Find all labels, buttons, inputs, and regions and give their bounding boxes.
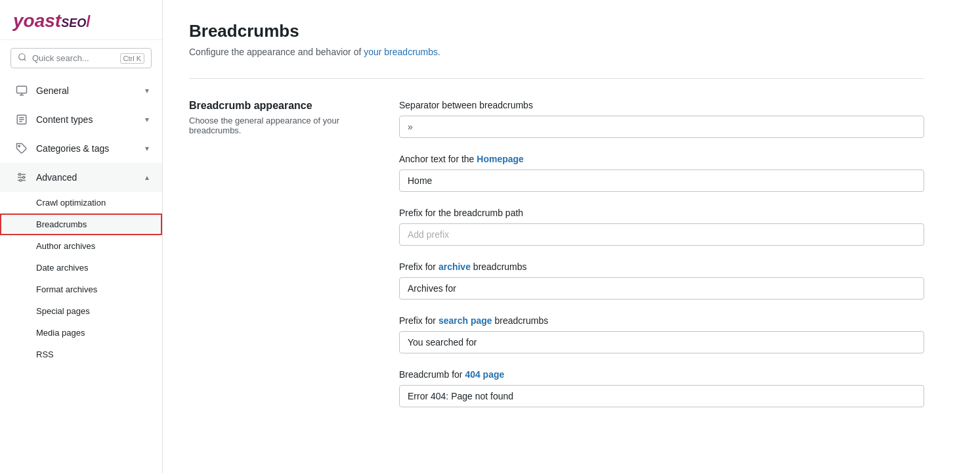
- sidebar-subitem-date-archives[interactable]: Date archives: [0, 257, 162, 279]
- svg-point-7: [19, 173, 21, 175]
- homepage-label: Anchor text for the Homepage: [399, 154, 924, 164]
- chevron-up-icon: ▴: [145, 173, 149, 182]
- sidebar-item-general[interactable]: General ▾: [0, 76, 162, 105]
- sidebar-item-content-types[interactable]: Content types ▾: [0, 105, 162, 134]
- nav-item-advanced-left: Advanced: [15, 171, 77, 184]
- breadcrumb-404-input[interactable]: [399, 385, 924, 407]
- section-description: Choose the general appearance of your br…: [189, 116, 373, 135]
- sidebar-subitem-author-archives[interactable]: Author archives: [0, 235, 162, 257]
- svg-point-8: [23, 177, 25, 179]
- search-shortcut: Ctrl K: [120, 53, 145, 64]
- page-title: Breadcrumbs: [189, 21, 924, 41]
- yoast-logo: yoast SEO /: [13, 11, 149, 32]
- homepage-input[interactable]: [399, 169, 924, 192]
- prefix-archive-field-group: Prefix for archive breadcrumbs: [399, 261, 924, 300]
- search-label-highlight: search page: [438, 315, 492, 326]
- breadcrumb-404-field-group: Breadcrumb for 404 page: [399, 369, 924, 407]
- archive-label-highlight: archive: [438, 261, 471, 272]
- sidebar-item-categories-label: Categories & tags: [36, 143, 109, 154]
- section-divider: [189, 78, 924, 79]
- svg-rect-1: [17, 86, 27, 93]
- page-subtitle: Configure the appearance and behavior of…: [189, 47, 924, 57]
- sidebar-subitem-format-archives[interactable]: Format archives: [0, 279, 162, 300]
- breadcrumbs-link[interactable]: your breadcrumbs: [364, 47, 438, 57]
- prefix-archive-input[interactable]: [399, 277, 924, 300]
- separator-input[interactable]: [399, 116, 924, 138]
- prefix-path-field-group: Prefix for the breadcrumb path: [399, 208, 924, 246]
- prefix-search-label: Prefix for search page breadcrumbs: [399, 315, 924, 326]
- tag-icon: [15, 142, 28, 155]
- sidebar: yoast SEO / Quick search... Ctrl K Gener…: [0, 0, 163, 473]
- chevron-down-icon-3: ▾: [145, 144, 149, 153]
- sidebar-subitem-special-pages[interactable]: Special pages: [0, 300, 162, 322]
- logo-seo-text: SEO: [61, 16, 86, 30]
- svg-point-3: [18, 145, 20, 146]
- main-content: Breadcrumbs Configure the appearance and…: [163, 0, 980, 473]
- monitor-icon: [15, 84, 28, 97]
- chevron-down-icon: ▾: [145, 86, 149, 95]
- svg-point-9: [20, 179, 22, 181]
- separator-field-group: Separator between breadcrumbs: [399, 100, 924, 138]
- section-left: Breadcrumb appearance Choose the general…: [189, 100, 373, 423]
- separator-label: Separator between breadcrumbs: [399, 100, 924, 110]
- chevron-down-icon-2: ▾: [145, 115, 149, 124]
- document-icon: [15, 113, 28, 126]
- sidebar-subitem-rss[interactable]: RSS: [0, 344, 162, 365]
- sidebar-item-categories-tags[interactable]: Categories & tags ▾: [0, 134, 162, 163]
- logo-area: yoast SEO /: [0, 0, 162, 40]
- prefix-archive-label: Prefix for archive breadcrumbs: [399, 261, 924, 272]
- nav-item-cats-left: Categories & tags: [15, 142, 109, 155]
- prefix-search-input[interactable]: [399, 331, 924, 353]
- search-placeholder-text: Quick search...: [32, 53, 115, 63]
- subtitle-end: .: [438, 47, 440, 57]
- prefix-search-field-group: Prefix for search page breadcrumbs: [399, 315, 924, 353]
- search-box[interactable]: Quick search... Ctrl K: [11, 48, 152, 68]
- 404-label-highlight: 404 page: [465, 369, 504, 380]
- sidebar-item-general-label: General: [36, 85, 69, 96]
- sliders-icon: [15, 171, 28, 184]
- homepage-field-group: Anchor text for the Homepage: [399, 154, 924, 192]
- prefix-path-input[interactable]: [399, 223, 924, 246]
- logo-yoast-text: yoast: [13, 11, 61, 32]
- sidebar-item-content-types-label: Content types: [36, 114, 93, 125]
- section-title: Breadcrumb appearance: [189, 100, 373, 112]
- sidebar-subitem-breadcrumbs[interactable]: Breadcrumbs: [0, 214, 162, 235]
- sidebar-item-advanced-label: Advanced: [36, 172, 77, 183]
- prefix-path-label: Prefix for the breadcrumb path: [399, 208, 924, 218]
- settings-section: Breadcrumb appearance Choose the general…: [189, 100, 924, 423]
- subtitle-text: Configure the appearance and behavior of: [189, 47, 364, 57]
- sidebar-item-advanced[interactable]: Advanced ▴: [0, 163, 162, 192]
- homepage-label-highlight: Homepage: [477, 154, 524, 164]
- breadcrumb-404-label: Breadcrumb for 404 page: [399, 369, 924, 380]
- sidebar-subitem-media-pages[interactable]: Media pages: [0, 322, 162, 344]
- search-icon: [18, 53, 27, 64]
- sidebar-subitem-crawl-optimization[interactable]: Crawl optimization: [0, 192, 162, 214]
- svg-point-0: [19, 54, 25, 60]
- nav-item-general-left: General: [15, 84, 69, 97]
- section-right: Separator between breadcrumbs Anchor tex…: [399, 100, 924, 423]
- logo-slash: /: [86, 12, 91, 31]
- nav-item-content-left: Content types: [15, 113, 93, 126]
